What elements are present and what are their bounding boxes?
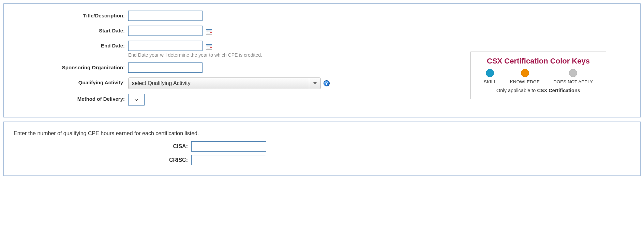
color-key-na: DOES NOT APPLY xyxy=(553,69,593,84)
start-date-input[interactable] xyxy=(128,26,203,36)
cpe-form: Title/Description: Start Date: xyxy=(12,11,330,110)
knowledge-label: KNOWLEDGE xyxy=(510,79,540,84)
chevron-down-icon xyxy=(309,78,320,89)
start-date-calendar-icon[interactable] xyxy=(206,28,212,34)
svg-rect-8 xyxy=(206,44,212,45)
color-key-footer: Only applicable to CSX Certifications xyxy=(477,88,600,93)
cert-label-crisc: CRISC: xyxy=(12,157,191,163)
color-key-knowledge: KNOWLEDGE xyxy=(510,69,540,84)
end-date-hint: End Date year will determine the year to… xyxy=(128,52,330,58)
svg-rect-1 xyxy=(206,29,212,30)
sponsor-input[interactable] xyxy=(128,62,203,73)
color-key-skill: SKILL xyxy=(484,69,496,84)
start-date-label: Start Date: xyxy=(12,26,128,41)
color-key-card: CSX Certification Color Keys SKILL KNOWL… xyxy=(470,52,606,99)
end-date-calendar-icon[interactable] xyxy=(206,43,212,50)
color-key-footer-prefix: Only applicable to xyxy=(496,88,537,93)
chevron-down-icon xyxy=(134,97,139,102)
svg-text:?: ? xyxy=(325,81,328,86)
hours-instruction: Enter the number of qualifying CPE hours… xyxy=(14,130,632,137)
skill-dot-icon xyxy=(486,69,494,77)
na-label: DOES NOT APPLY xyxy=(553,79,593,84)
activity-help-icon[interactable]: ? xyxy=(324,80,330,86)
end-date-label: End Date: xyxy=(12,41,128,62)
activity-label: Qualifying Activity: xyxy=(12,78,128,94)
cert-row: CISA: xyxy=(12,141,632,152)
svg-rect-6 xyxy=(210,32,212,33)
cpe-entry-panel: Title/Description: Start Date: xyxy=(3,3,641,117)
cert-input-crisc[interactable] xyxy=(191,155,266,165)
color-key-footer-bold: CSX Certifications xyxy=(537,88,580,93)
activity-dropdown[interactable]: select Qualifying Activity xyxy=(128,78,321,89)
cert-label-cisa: CISA: xyxy=(12,143,191,150)
sponsor-label: Sponsoring Organization: xyxy=(12,62,128,78)
delivery-dropdown[interactable] xyxy=(128,94,145,106)
title-input[interactable] xyxy=(128,11,203,21)
delivery-label: Method of Delivery: xyxy=(12,94,128,110)
svg-marker-14 xyxy=(313,82,317,84)
color-key-title: CSX Certification Color Keys xyxy=(477,57,600,66)
na-dot-icon xyxy=(569,69,577,77)
cert-input-cisa[interactable] xyxy=(191,141,266,152)
cert-row: CRISC: xyxy=(12,155,632,165)
end-date-input[interactable] xyxy=(128,41,203,51)
knowledge-dot-icon xyxy=(521,69,529,77)
cpe-hours-panel: Enter the number of qualifying CPE hours… xyxy=(3,122,641,176)
activity-selected-text: select Qualifying Activity xyxy=(129,80,309,86)
svg-rect-13 xyxy=(210,47,212,48)
skill-label: SKILL xyxy=(484,79,496,84)
title-label: Title/Description: xyxy=(12,11,128,26)
